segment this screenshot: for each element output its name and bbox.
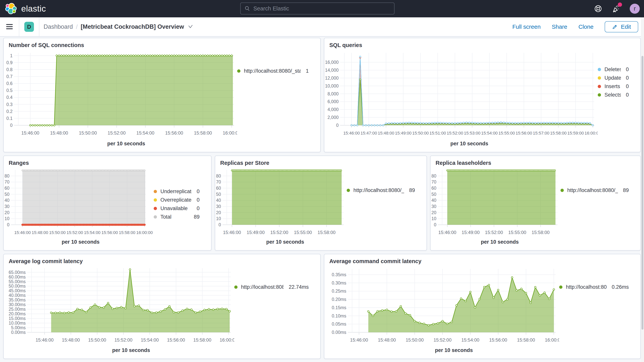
legend-item[interactable]: http://localhost:808...22.74ms (234, 283, 309, 291)
help-button[interactable] (594, 4, 603, 13)
svg-text:per 10 seconds: per 10 seconds (450, 141, 488, 146)
svg-text:15:52:00: 15:52:00 (114, 337, 132, 342)
newsfeed-button[interactable] (612, 4, 621, 13)
legend-value: 0 (197, 197, 200, 203)
chart-replica-leaseholders[interactable]: 0102030405060708015:46:0015:49:0015:52:0… (431, 166, 560, 246)
dashboard-app-badge[interactable]: D (24, 22, 34, 32)
scrollbar-thumb[interactable] (642, 56, 644, 330)
svg-text:20: 20 (216, 210, 221, 215)
legend-item[interactable]: Unavailable0 (154, 204, 200, 212)
legend-item[interactable]: http://localhost:8080...0.26ms (559, 283, 629, 291)
svg-text:15:46:00: 15:46:00 (350, 337, 368, 342)
svg-text:25.00ms: 25.00ms (9, 307, 26, 312)
share-link[interactable]: Share (552, 24, 567, 30)
panel-title: Ranges (4, 156, 211, 166)
elastic-logo[interactable]: elastic (5, 0, 46, 17)
svg-text:20.00ms: 20.00ms (9, 311, 26, 316)
scrollbar-track[interactable] (641, 17, 644, 362)
svg-text:30: 30 (4, 204, 10, 209)
global-search-input[interactable]: Search Elastic (240, 2, 394, 14)
svg-text:30: 30 (216, 204, 221, 209)
dashboard-toolbar: D Dashboard / [Metricbeat CockroachDB] O… (0, 17, 644, 36)
svg-text:60: 60 (431, 186, 436, 191)
legend-item[interactable]: Inserts0 (598, 82, 629, 90)
avatar-initial: r (634, 5, 636, 12)
legend-value: 0 (626, 84, 629, 90)
svg-text:15:56:00: 15:56:00 (102, 230, 118, 235)
elastic-logo-icon (5, 2, 17, 15)
svg-text:10: 10 (431, 216, 436, 221)
svg-text:65.00ms: 65.00ms (9, 270, 26, 275)
svg-text:15:50:00: 15:50:00 (88, 337, 106, 342)
legend-item[interactable]: http://localhost:8080/_stat...1 (237, 67, 309, 75)
legend-value: 89 (194, 214, 200, 220)
svg-text:2,000: 2,000 (328, 115, 338, 120)
chart-legend: http://localhost:8080/_sta...89 (347, 166, 418, 246)
legend-item[interactable]: Updates0 (598, 74, 629, 82)
legend-color-dot (559, 286, 562, 289)
panel-replica-leaseholders: Replica leaseholders 0102030405060708015… (430, 156, 641, 250)
svg-text:15:55:00: 15:55:00 (498, 131, 515, 136)
user-avatar[interactable]: r (630, 4, 640, 14)
legend-item[interactable]: http://localhost:8080/_sta...89 (560, 186, 629, 194)
legend-label: http://localhost:8080/_sta... (567, 187, 618, 193)
legend-color-dot (598, 68, 601, 71)
legend-item[interactable]: Underreplicated0 (154, 187, 200, 196)
svg-text:15:58:00: 15:58:00 (119, 230, 135, 235)
clone-link[interactable]: Clone (578, 24, 594, 30)
svg-text:0.5: 0.5 (6, 88, 12, 93)
breadcrumb-separator: / (76, 23, 78, 30)
svg-text:1: 1 (10, 53, 12, 58)
svg-text:10: 10 (4, 216, 10, 221)
chart-sql-queries[interactable]: 02,0004,0006,0008,00010,00012,00014,0001… (325, 48, 598, 148)
legend-value: 0 (197, 206, 200, 212)
svg-text:15:46:00: 15:46:00 (223, 230, 241, 235)
edit-button-label: Edit (621, 24, 631, 30)
svg-text:15:48:00: 15:48:00 (378, 337, 396, 342)
legend-label: Inserts (604, 84, 621, 90)
legend-label: Underreplicated (160, 188, 192, 194)
full-screen-link[interactable]: Full screen (512, 24, 541, 30)
svg-text:15:54:00: 15:54:00 (462, 337, 479, 342)
chart-legend: http://localhost:8080...0.26ms (559, 264, 632, 355)
legend-item[interactable]: http://localhost:8080/_sta...89 (347, 186, 415, 194)
svg-text:0.25ms: 0.25ms (332, 288, 346, 294)
panel-title: SQL queries (324, 38, 640, 48)
legend-item[interactable]: Selects0 (598, 90, 629, 99)
svg-text:per 10 seconds: per 10 seconds (481, 239, 519, 245)
legend-label: Deletes (604, 66, 621, 72)
chart-average-command-commit-latency[interactable]: 0.00ms0.05ms0.10ms0.15ms0.20ms0.25ms0.30… (325, 264, 559, 355)
chart-number-of-sql-connections[interactable]: 00.10.20.30.40.50.60.70.80.9115:46:0015:… (4, 48, 237, 148)
svg-text:70: 70 (4, 180, 10, 184)
svg-text:15:57:00: 15:57:00 (533, 131, 550, 136)
breadcrumb: Dashboard / [Metricbeat CockroachDB] Ove… (44, 23, 193, 30)
legend-item[interactable]: Overreplicated0 (154, 196, 200, 204)
svg-text:8,000: 8,000 (328, 91, 338, 96)
legend-item[interactable]: Total89 (154, 212, 200, 221)
svg-text:15:52:00: 15:52:00 (434, 337, 452, 342)
legend-value: 89 (409, 187, 415, 193)
svg-text:15:46:00: 15:46:00 (21, 130, 39, 136)
legend-item[interactable]: Deletes0 (598, 65, 629, 74)
svg-text:15:58:00: 15:58:00 (194, 130, 212, 136)
svg-text:16:00:00: 16:00:00 (220, 337, 234, 342)
legend-label: Total (160, 214, 189, 220)
svg-text:15:48:00: 15:48:00 (50, 130, 68, 136)
title-caret[interactable] (188, 24, 193, 29)
legend-color-dot (234, 286, 238, 289)
svg-text:40: 40 (431, 198, 436, 203)
legend-color-dot (154, 207, 157, 210)
edit-button[interactable]: Edit (605, 21, 638, 32)
chart-average-log-commit-latency[interactable]: 0.00ms5.00ms10.00ms15.00ms20.00ms25.00ms… (4, 264, 234, 355)
svg-text:70: 70 (216, 180, 221, 184)
svg-text:15:46:00: 15:46:00 (438, 230, 456, 235)
menu-button[interactable] (0, 17, 19, 36)
svg-text:15:48:00: 15:48:00 (32, 230, 48, 235)
breadcrumb-dashboard[interactable]: Dashboard (44, 23, 73, 30)
svg-text:0.2: 0.2 (6, 109, 12, 114)
legend-color-dot (347, 189, 350, 192)
svg-text:15:50:00: 15:50:00 (412, 131, 429, 136)
legend-color-dot (154, 215, 157, 218)
chart-ranges[interactable]: 0102030405060708015:46:0015:48:0015:50:0… (4, 166, 154, 246)
chart-replicas-per-store[interactable]: 0102030405060708015:46:0015:49:0015:52:0… (216, 166, 347, 246)
